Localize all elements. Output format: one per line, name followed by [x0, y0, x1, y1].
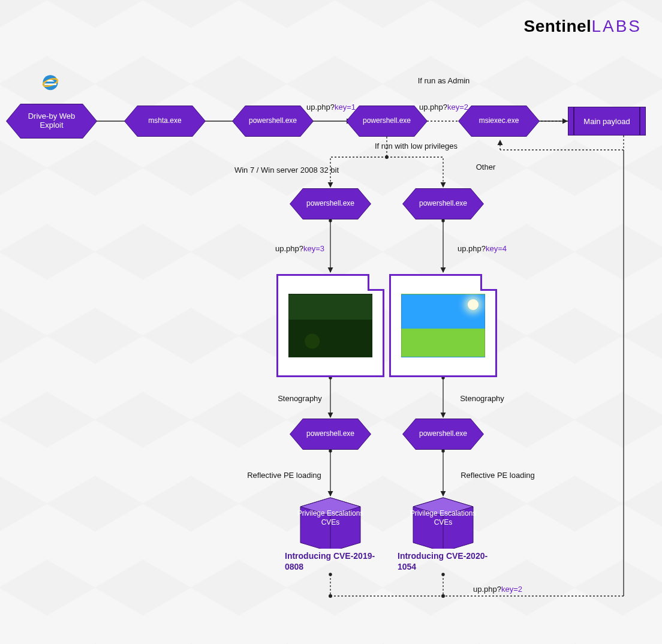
doc-right [389, 274, 497, 377]
svg-rect-25 [44, 83, 56, 85]
node-ps-left2: powershell.exe [303, 419, 358, 450]
doc-left-image [288, 294, 372, 357]
label-if-lowpriv: If run with low privileges [375, 142, 458, 151]
logo-word-1: Sentinel [523, 17, 591, 35]
node-ps-right2: powershell.exe [416, 419, 471, 450]
svg-point-7 [385, 155, 389, 159]
label-other: Other [476, 162, 496, 171]
node-ps2: powershell.exe [359, 106, 414, 137]
logo-word-2: LABS [591, 17, 642, 35]
node-ps1-label: powershell.exe [249, 117, 297, 125]
label-steno-right: Stenography [460, 394, 504, 403]
caption-cve-right: Introducing CVE-2020-1054 [398, 550, 499, 572]
ie-icon [38, 70, 62, 94]
svg-point-14 [329, 594, 332, 598]
label-reflective-right: Reflective PE loading [461, 471, 535, 480]
node-ps-right: powershell.exe [416, 188, 471, 219]
label-win7: Win 7 / Win server 2008 32 bit [234, 165, 339, 176]
doc-left [276, 274, 384, 377]
node-ps-right2-label: powershell.exe [419, 430, 467, 438]
node-entry-label: Drive-by Web Exploit [23, 112, 80, 130]
cube-right: Privilege Escalations CVEs [406, 495, 480, 549]
label-steno-left: Stenography [278, 394, 322, 403]
caption-cve-left: Introducing CVE-2019-0808 [285, 550, 387, 572]
node-ps-left-label: powershell.exe [306, 200, 354, 208]
label-key3: up.php?key=3 [275, 244, 324, 253]
node-msiexec-label: msiexec.exe [479, 117, 519, 125]
node-mshta-label: mshta.exe [148, 117, 181, 125]
label-key4: up.php?key=4 [458, 244, 507, 253]
label-key2-bottom: up.php?key=2 [473, 585, 522, 594]
label-if-admin: If run as Admin [418, 76, 470, 86]
label-key1: up.php?key=1 [306, 103, 356, 112]
node-ps-left: powershell.exe [303, 188, 358, 219]
node-main-payload-label: Main payload [583, 117, 630, 126]
svg-point-15 [441, 594, 445, 598]
node-msiexec: msiexec.exe [471, 106, 526, 137]
logo: SentinelLABS [523, 17, 642, 36]
label-key2-top: up.php?key=2 [419, 103, 468, 112]
doc-fold-icon [368, 274, 384, 291]
node-main-payload: Main payload [568, 107, 646, 136]
node-mshta: mshta.exe [137, 106, 192, 137]
cube-right-label: Privilege Escalations CVEs [406, 509, 480, 527]
label-reflective-left: Reflective PE loading [247, 471, 321, 480]
doc-right-image [401, 294, 485, 357]
node-ps1: powershell.exe [245, 106, 300, 137]
node-ps-left2-label: powershell.exe [306, 430, 354, 438]
cube-left: Privilege Escalations CVEs [293, 495, 368, 549]
doc-fold-icon [480, 274, 497, 291]
cube-left-label: Privilege Escalations CVEs [293, 509, 368, 527]
node-entry: Drive-by Web Exploit [20, 104, 83, 139]
node-ps-right-label: powershell.exe [419, 200, 467, 208]
node-ps2-label: powershell.exe [363, 117, 411, 125]
